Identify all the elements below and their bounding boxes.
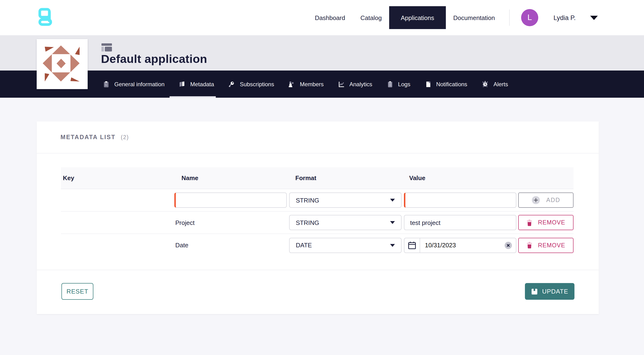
close-icon [504, 241, 512, 249]
reset-button[interactable]: RESET [62, 283, 93, 300]
app-avatar [37, 39, 88, 89]
tab-subscriptions[interactable]: Subscriptions [228, 71, 274, 98]
user-name: Lydia P. [554, 14, 576, 21]
remove-label: REMOVE [538, 219, 565, 226]
action-cell: REMOVE [518, 215, 574, 230]
divider [37, 270, 599, 270]
application-type-icon [102, 43, 112, 52]
app-tab-bar: General information Metadata Subscriptio… [0, 71, 644, 98]
table-header: Key Name Format Value [61, 167, 574, 189]
update-button[interactable]: UPDATE [525, 283, 574, 300]
nav-applications[interactable]: Applications [390, 6, 446, 29]
column-name: Name [174, 174, 289, 182]
format-cell: STRING [289, 192, 404, 208]
people-icon [288, 81, 295, 88]
tab-analytics[interactable]: Analytics [338, 71, 372, 98]
format-cell: DATE [289, 237, 404, 253]
new-value-input[interactable] [404, 192, 516, 208]
key-icon [228, 81, 235, 88]
metadata-row-date: Date DATE [61, 234, 574, 256]
date-value: 10/31/2023 [425, 242, 456, 249]
add-label: ADD [546, 197, 560, 203]
nav-dashboard[interactable]: Dashboard [307, 14, 353, 21]
section-count: (2) [121, 134, 129, 140]
column-value: Value [404, 174, 518, 182]
plus-circle-icon [532, 196, 540, 204]
clipboard-icon [103, 81, 110, 88]
column-key: Key [61, 174, 174, 182]
document-icon [425, 81, 431, 88]
clear-date-button[interactable] [504, 241, 512, 249]
new-name-input[interactable] [174, 192, 287, 208]
remove-button[interactable]: REMOVE [518, 215, 574, 230]
value-cell [404, 215, 518, 230]
section-title: METADATA LIST [60, 134, 116, 141]
value-cell [404, 192, 518, 208]
page-content: METADATA LIST (2) Key Name Format Value [0, 98, 644, 355]
chart-icon [338, 81, 345, 88]
remove-label: REMOVE [538, 242, 565, 248]
app-header: Default application [0, 35, 644, 71]
book-icon [179, 81, 186, 88]
tab-label: Subscriptions [240, 81, 274, 88]
tab-members[interactable]: Members [288, 71, 324, 98]
save-icon [531, 288, 538, 295]
tab-label: Analytics [350, 81, 372, 88]
action-cell: REMOVE [518, 237, 574, 253]
select-value: DATE [296, 242, 312, 249]
tab-logs[interactable]: Logs [386, 71, 410, 98]
update-label: UPDATE [542, 288, 568, 295]
alarm-icon [482, 81, 489, 88]
select-value: STRING [296, 219, 319, 226]
format-select[interactable]: DATE [289, 237, 402, 253]
name-cell: Date [174, 242, 289, 249]
tab-metadata[interactable]: Metadata [179, 71, 214, 98]
select-caret-icon [390, 199, 395, 202]
avatar-initial: L [528, 13, 532, 23]
tab-notifications[interactable]: Notifications [425, 71, 467, 98]
name-cell [174, 192, 289, 208]
chevron-down-icon[interactable] [590, 16, 598, 20]
add-button[interactable]: ADD [518, 192, 574, 208]
divider [509, 10, 510, 26]
top-bar: Dashboard Catalog Applications Documenta… [0, 0, 644, 35]
tab-label: Notifications [436, 81, 467, 88]
value-cell: 10/31/2023 [404, 237, 518, 253]
nav-catalog[interactable]: Catalog [353, 14, 390, 21]
name-cell: Project [174, 219, 289, 226]
page: Dashboard Catalog Applications Documenta… [0, 0, 644, 355]
tab-label: General information [114, 81, 164, 88]
select-caret-icon [390, 244, 395, 247]
action-cell: ADD [518, 192, 574, 208]
page-title: Default application [101, 53, 207, 66]
new-metadata-row: STRING ADD [61, 189, 574, 212]
user-menu: L Lydia P. [509, 0, 598, 35]
metadata-table: Key Name Format Value STRING [61, 167, 574, 256]
divider [420, 238, 420, 252]
column-format: Format [289, 174, 404, 182]
tab-label: Alerts [494, 81, 508, 88]
tab-label: Metadata [190, 81, 214, 88]
tab-alerts[interactable]: Alerts [482, 71, 508, 98]
format-cell: STRING [289, 215, 404, 230]
trash-icon [526, 242, 533, 249]
nav-documentation[interactable]: Documentation [446, 14, 502, 21]
format-select[interactable]: STRING [289, 215, 402, 230]
main-nav: Dashboard Catalog Applications Documenta… [307, 0, 502, 35]
divider [37, 153, 599, 153]
tab-general-information[interactable]: General information [103, 71, 164, 98]
active-tab-indicator [170, 96, 216, 98]
metadata-row-project: Project STRING [61, 212, 574, 234]
date-input[interactable]: 10/31/2023 [404, 237, 516, 253]
calendar-icon [408, 241, 416, 249]
metadata-card: METADATA LIST (2) Key Name Format Value [37, 122, 599, 314]
tab-label: Members [300, 81, 324, 88]
tab-label: Logs [398, 81, 410, 88]
value-input[interactable] [404, 215, 516, 230]
user-avatar[interactable]: L [521, 9, 538, 26]
new-format-select[interactable]: STRING [289, 192, 402, 208]
remove-button[interactable]: REMOVE [518, 237, 574, 253]
gravitee-logo-icon[interactable] [38, 8, 52, 27]
select-value: STRING [296, 197, 319, 204]
trash-icon [526, 219, 533, 226]
